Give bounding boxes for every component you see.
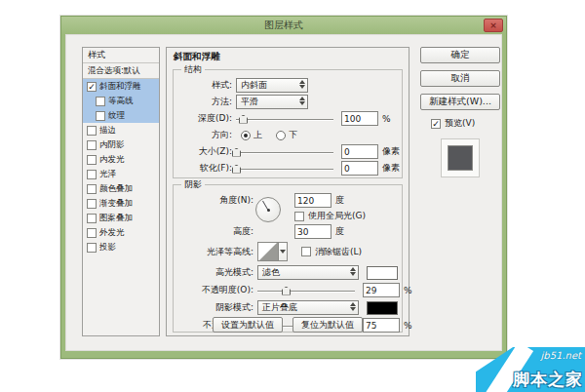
sidebar-item-label: 等高线	[108, 96, 134, 107]
sidebar-item-label: 内发光	[99, 154, 125, 166]
set-default-button[interactable]: 设置为默认值	[213, 317, 283, 333]
highlight-color-swatch[interactable]	[367, 266, 398, 280]
slider-thumb[interactable]	[282, 287, 291, 295]
preview-checkbox[interactable]: ✓	[431, 119, 441, 129]
size-input[interactable]	[341, 144, 378, 159]
sidebar-item[interactable]: 纹理	[83, 108, 159, 123]
styles-list: ✓斜面和浮雕等高线纹理描边内阴影内发光光泽颜色叠加渐变叠加图案叠加外发光投影	[83, 79, 159, 255]
new-style-button[interactable]: 新建样式(W)...	[420, 94, 500, 110]
panel-title: 斜面和浮雕	[167, 48, 409, 63]
close-button[interactable]: ×	[484, 19, 503, 32]
soften-label: 软化(F):	[177, 162, 236, 175]
style-checkbox[interactable]	[96, 111, 105, 121]
sidebar-item[interactable]: 等高线	[83, 94, 159, 108]
sidebar-item-blending-options[interactable]: 混合选项:默认	[83, 63, 159, 79]
global-light-label: 使用全局光(G)	[308, 210, 366, 222]
style-checkbox[interactable]	[87, 214, 97, 223]
sidebar-item-label: 纹理	[108, 110, 125, 122]
page: 图层样式 × 样式 混合选项:默认 ✓斜面和浮雕等高线纹理描边内阴影内发光光泽颜…	[0, 0, 585, 392]
technique-select[interactable]: 平滑	[236, 95, 308, 109]
sidebar-item-label: 外发光	[99, 227, 125, 239]
sidebar-item-label: 斜面和浮雕	[99, 81, 141, 93]
shadow-mode-select[interactable]: 正片叠底	[257, 300, 359, 315]
angle-dial[interactable]	[255, 197, 281, 222]
sidebar-item[interactable]: ✓斜面和浮雕	[83, 79, 159, 94]
slider-groove	[236, 169, 333, 170]
global-light-checkbox[interactable]	[294, 212, 304, 221]
depth-slider[interactable]	[236, 113, 333, 125]
slider-groove	[236, 152, 333, 153]
chevron-down-icon	[280, 250, 286, 254]
opacity-highlight-input[interactable]	[363, 283, 400, 297]
style-checkbox[interactable]	[87, 155, 97, 165]
updown-arrows-icon	[299, 97, 305, 105]
highlight-mode-label: 高光模式:	[177, 266, 257, 279]
watermark-name: 脚本之家	[513, 369, 583, 391]
sidebar-item-label: 渐变叠加	[99, 198, 133, 210]
opacity-highlight-slider[interactable]	[257, 285, 355, 296]
style-checkbox[interactable]: ✓	[87, 82, 97, 92]
soften-input[interactable]	[341, 161, 378, 176]
dialog-titlebar[interactable]: 图层样式 ×	[61, 17, 506, 34]
direction-up-radio[interactable]	[241, 131, 251, 140]
watermark-banner: jb51.net 脚本之家	[476, 347, 585, 392]
slider-thumb[interactable]	[239, 115, 248, 124]
preview-label: 预览(V)	[445, 117, 475, 130]
sidebar-item[interactable]: 渐变叠加	[83, 196, 159, 211]
style-checkbox[interactable]	[87, 184, 97, 194]
ok-button[interactable]: 确定	[420, 47, 500, 63]
action-column: 确定 取消 新建样式(W)... ✓ 预览(V)	[415, 47, 505, 177]
sidebar-item[interactable]: 外发光	[83, 225, 159, 240]
reset-default-button[interactable]: 复位为默认值	[292, 317, 363, 333]
watermark: jb51.net 脚本之家	[476, 347, 585, 392]
shading-legend: 阴影	[181, 178, 205, 191]
sidebar-item[interactable]: 图案叠加	[83, 211, 159, 225]
style-checkbox[interactable]	[87, 126, 97, 136]
style-checkbox[interactable]	[87, 199, 97, 209]
sidebar-item[interactable]: 内阴影	[83, 137, 159, 152]
style-checkbox[interactable]	[87, 243, 97, 253]
gloss-contour-dropdown[interactable]	[279, 242, 288, 261]
sidebar-item-label: 投影	[99, 242, 116, 254]
style-select-value: 内斜面	[241, 79, 267, 92]
depth-label: 深度(D):	[177, 112, 236, 125]
depth-input[interactable]	[341, 111, 378, 126]
structure-legend: 结构	[181, 63, 205, 76]
sidebar-item[interactable]: 内发光	[83, 152, 159, 167]
style-checkbox[interactable]	[87, 228, 97, 238]
sidebar-item[interactable]: 描边	[83, 123, 159, 137]
highlight-mode-select[interactable]: 滤色	[257, 265, 359, 280]
sidebar-item-label: 内阴影	[99, 139, 125, 151]
sidebar-item[interactable]: 颜色叠加	[83, 181, 159, 196]
size-slider[interactable]	[236, 146, 333, 158]
altitude-input[interactable]	[294, 224, 332, 239]
angle-input[interactable]	[294, 193, 332, 208]
opacity-highlight-unit: %	[404, 286, 412, 295]
style-checkbox[interactable]	[87, 140, 97, 150]
direction-down-radio[interactable]	[276, 131, 286, 140]
altitude-label: 高度:	[177, 225, 257, 238]
preview-swatch	[448, 145, 473, 171]
style-checkbox[interactable]	[87, 170, 97, 179]
cancel-button[interactable]: 取消	[420, 70, 500, 87]
sidebar-item-label: 混合选项:默认	[88, 65, 140, 77]
shadow-mode-label: 阴影模式:	[177, 301, 257, 314]
gloss-contour-label: 光泽等高线:	[177, 246, 257, 258]
slider-groove	[236, 119, 333, 120]
gloss-contour-thumbnail[interactable]	[257, 242, 279, 261]
panel-footer: 设置为默认值 复位为默认值	[167, 317, 409, 333]
style-select[interactable]: 内斜面	[236, 78, 308, 93]
angle-label: 角度(N):	[177, 194, 257, 207]
soften-unit: 像素	[382, 162, 400, 175]
dialog-title: 图层样式	[61, 17, 506, 33]
antialias-checkbox[interactable]	[301, 247, 311, 256]
shadow-color-swatch[interactable]	[367, 301, 398, 315]
angle-unit: 度	[335, 194, 344, 207]
sidebar-item[interactable]: 投影	[83, 240, 159, 255]
direction-up-label: 上	[254, 129, 262, 141]
sidebar-item[interactable]: 光泽	[83, 167, 159, 181]
structure-group: 结构 样式: 内斜面 方法: 平滑	[173, 69, 403, 178]
soften-slider[interactable]	[236, 163, 333, 175]
style-checkbox[interactable]	[96, 97, 105, 106]
preview-toggle[interactable]: ✓ 预览(V)	[431, 117, 505, 130]
